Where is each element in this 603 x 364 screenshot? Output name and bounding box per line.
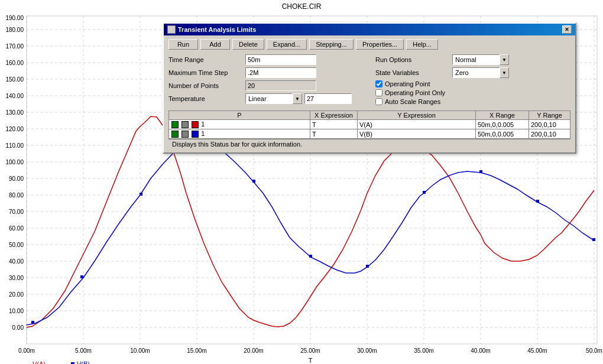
add-button[interactable]: Add: [200, 39, 230, 50]
svg-text:130.00: 130.00: [5, 109, 24, 116]
close-button[interactable]: ✕: [562, 25, 572, 34]
stepping-button[interactable]: Stepping...: [309, 39, 354, 50]
help-button[interactable]: Help...: [406, 39, 438, 50]
table-row[interactable]: 1 T V(B) 50m,0,0.005 200,0,10: [169, 129, 570, 139]
row1-colors[interactable]: 1: [169, 120, 310, 129]
temperature-mode-select[interactable]: Linear ▼: [245, 93, 302, 104]
svg-rect-63: [31, 321, 34, 324]
col-header-p: P: [169, 111, 310, 120]
col-header-y-expr: Y Expression: [358, 111, 476, 120]
temperature-value-input[interactable]: [304, 93, 352, 104]
transient-analysis-dialog: Transient Analysis Limits ✕ Run Add Dele…: [163, 22, 576, 154]
row2-y-expr[interactable]: V(B): [358, 129, 476, 139]
svg-text:150.00: 150.00: [5, 76, 24, 83]
svg-rect-69: [366, 265, 369, 268]
svg-text:170.00: 170.00: [5, 43, 24, 50]
num-points-input[interactable]: [245, 80, 316, 91]
svg-text:90.00: 90.00: [9, 176, 24, 182]
color-swatch-gray: [181, 121, 189, 128]
time-range-input[interactable]: [245, 54, 316, 65]
svg-text:20.00: 20.00: [9, 291, 24, 298]
svg-text:100.00: 100.00: [5, 159, 24, 165]
num-points-label: Number of Points: [168, 82, 245, 89]
row1-x-range[interactable]: 50m,0,0.005: [476, 120, 529, 129]
temperature-label: Temperature: [168, 95, 245, 102]
col-header-x-range: X Range: [476, 111, 529, 120]
max-time-step-input[interactable]: [245, 67, 316, 78]
status-bar: Displays this Status bar for quick infor…: [168, 139, 570, 149]
operating-point-label: Operating Point: [385, 80, 430, 87]
row2-x-expr[interactable]: T: [310, 129, 358, 139]
row2-x-range[interactable]: 50m,0,0.005: [476, 129, 529, 139]
svg-rect-65: [140, 193, 142, 196]
svg-text:40.00: 40.00: [9, 258, 24, 265]
svg-rect-70: [423, 191, 426, 194]
svg-rect-72: [536, 200, 539, 203]
svg-text:V(B): V(B): [77, 360, 90, 364]
state-variables-select[interactable]: Zero ▼: [452, 67, 509, 78]
row2-y-range[interactable]: 200,0,10: [529, 129, 570, 139]
expression-table: P X Expression Y Expression X Range Y Ra…: [168, 110, 570, 139]
svg-rect-73: [592, 238, 595, 241]
svg-text:20.00m: 20.00m: [244, 347, 263, 354]
properties-button[interactable]: Properties...: [356, 39, 404, 50]
svg-text:45.00m: 45.00m: [527, 347, 547, 354]
temperature-mode-value: Linear: [245, 93, 293, 104]
svg-text:V(A): V(A): [33, 360, 46, 364]
run-options-select[interactable]: Normal ▼: [452, 54, 509, 65]
svg-text:25.00m: 25.00m: [300, 347, 320, 354]
temperature-mode-arrow[interactable]: ▼: [293, 93, 302, 104]
svg-text:70.00: 70.00: [9, 209, 24, 215]
operating-point-only-label: Operating Point Only: [385, 89, 445, 96]
svg-text:30.00: 30.00: [9, 275, 24, 281]
max-time-step-label: Maximum Time Step: [168, 69, 245, 76]
run-options-arrow[interactable]: ▼: [500, 54, 509, 65]
auto-scale-ranges-checkbox[interactable]: [375, 98, 382, 105]
status-text: Displays this Status bar for quick infor…: [172, 141, 302, 148]
svg-text:120.00: 120.00: [5, 126, 24, 132]
window-title: CHOKE.CIR: [282, 2, 322, 11]
col-header-y-range: Y Range: [529, 111, 570, 120]
col-header-x-expr: X Expression: [310, 111, 358, 120]
row1-y-range[interactable]: 200,0,10: [529, 120, 570, 129]
state-variables-arrow[interactable]: ▼: [500, 67, 509, 78]
svg-text:0.00m: 0.00m: [18, 347, 35, 354]
svg-text:15.00m: 15.00m: [187, 347, 206, 354]
svg-text:5.00m: 5.00m: [75, 347, 92, 354]
run-options-label: Run Options: [375, 56, 452, 63]
dialog-toolbar: Run Add Delete Expand... Stepping... Pro…: [168, 39, 570, 50]
color-swatch-green: [171, 121, 179, 128]
svg-text:50.00: 50.00: [9, 242, 24, 248]
expand-button[interactable]: Expand...: [267, 39, 307, 50]
svg-text:180.00: 180.00: [5, 27, 24, 33]
svg-text:60.00: 60.00: [9, 225, 24, 232]
delete-button[interactable]: Delete: [232, 39, 264, 50]
svg-text:35.00m: 35.00m: [414, 347, 433, 354]
run-button[interactable]: Run: [168, 39, 198, 50]
svg-text:50.0m: 50.0m: [586, 347, 602, 354]
operating-point-checkbox[interactable]: [375, 80, 382, 87]
svg-text:110.00: 110.00: [5, 142, 24, 149]
svg-rect-68: [309, 255, 312, 258]
row2-colors[interactable]: 1: [169, 129, 310, 139]
row1-x-expr[interactable]: T: [310, 120, 358, 129]
svg-text:80.00: 80.00: [9, 192, 24, 199]
auto-scale-ranges-label: Auto Scale Ranges: [385, 98, 440, 105]
row1-y-expr[interactable]: V(A): [358, 120, 476, 129]
color-swatch-red: [192, 121, 199, 128]
color-swatch-blue: [192, 131, 199, 138]
time-range-label: Time Range: [168, 56, 245, 63]
operating-point-only-checkbox[interactable]: [375, 89, 382, 96]
svg-text:10.00: 10.00: [9, 308, 24, 314]
svg-text:40.00m: 40.00m: [471, 347, 490, 354]
svg-text:140.00: 140.00: [5, 93, 24, 99]
dialog-titlebar[interactable]: Transient Analysis Limits ✕: [164, 24, 575, 35]
table-row[interactable]: 1 T V(A) 50m,0,0.005 200,0,10: [169, 120, 570, 129]
svg-rect-71: [479, 170, 482, 173]
svg-text:10.00m: 10.00m: [130, 347, 150, 354]
color-swatch-gray2: [181, 131, 189, 138]
run-options-value: Normal: [452, 54, 500, 65]
dialog-icon: [167, 25, 176, 34]
svg-text:0.00: 0.00: [12, 324, 24, 331]
svg-rect-64: [80, 275, 83, 278]
